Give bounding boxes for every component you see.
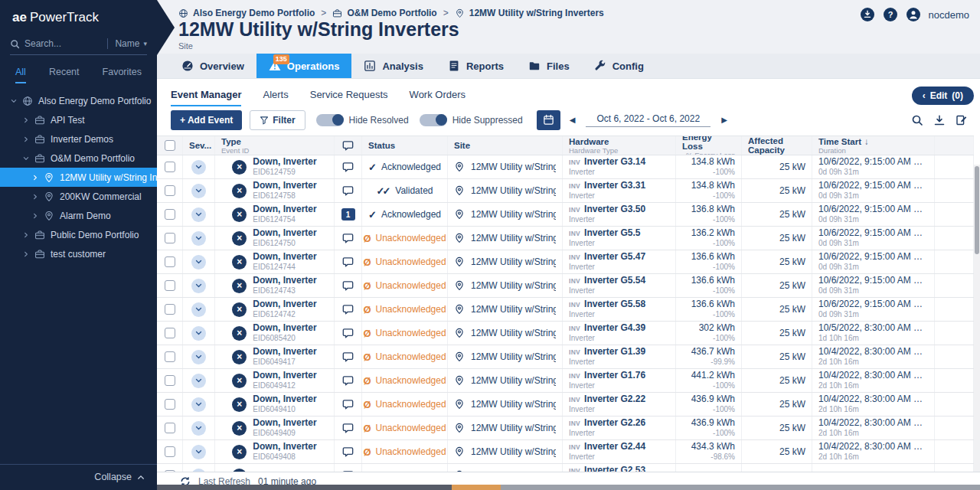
hide-suppressed-toggle[interactable] — [420, 114, 447, 126]
row-checkbox[interactable] — [165, 304, 175, 315]
search-mode-dropdown[interactable]: Name ▾ — [107, 38, 147, 49]
sidebar-tab-recent[interactable]: Recent — [49, 67, 80, 83]
tree-item[interactable]: test customer — [0, 244, 157, 263]
subtab-event-manager[interactable]: Event Manager — [171, 89, 241, 106]
subtab-alerts[interactable]: Alerts — [263, 89, 288, 106]
comment-icon[interactable] — [341, 398, 354, 411]
tree-item[interactable]: Alarm Demo — [0, 206, 157, 225]
status-cell[interactable]: ØUnacknowledged — [362, 227, 448, 250]
table-row[interactable]: ×Down, InverterEID6049409ØUnacknowledged… — [157, 416, 974, 440]
tree-item[interactable]: API Test — [0, 110, 157, 129]
hardware-cell[interactable]: INVInverter G1.76Inverter — [563, 369, 676, 392]
expand-row-button[interactable] — [191, 302, 206, 317]
sidebar-tab-favorites[interactable]: Favorites — [103, 67, 142, 83]
prev-date-arrow[interactable]: ◀ — [568, 116, 577, 124]
event-type[interactable]: Down, Inverter — [253, 322, 316, 334]
chevron-right-icon[interactable] — [23, 232, 29, 238]
table-row[interactable]: ×Down, InverterEID6085420ØUnacknowledged… — [157, 322, 974, 345]
scrollbar-thumb[interactable] — [975, 166, 979, 254]
hardware-cell[interactable]: INVInverter G3.14Inverter — [563, 155, 676, 178]
table-row[interactable]: ×Down, InverterØUnacknowledged12MW Utili… — [157, 464, 974, 472]
site-cell[interactable]: 12MW Utility w/String Inver... — [448, 227, 563, 250]
tree-item[interactable]: O&M Demo Portfolio — [0, 149, 157, 168]
breadcrumb-item[interactable]: Also Energy Demo Portfolio — [178, 8, 315, 18]
hscroll-thumb[interactable] — [157, 485, 452, 490]
status-cell[interactable]: ØUnacknowledged — [362, 440, 448, 463]
tree-item[interactable]: Also Energy Demo Portfolio — [0, 91, 157, 110]
table-row[interactable]: ×Down, InverterEID6049410ØUnacknowledged… — [157, 393, 974, 416]
event-type[interactable]: Down, Inverter — [253, 204, 316, 215]
chevron-right-icon[interactable] — [23, 136, 29, 142]
status-cell[interactable]: ØUnacknowledged — [362, 274, 448, 297]
hardware-cell[interactable]: INVInverter G2.44Inverter — [563, 440, 676, 463]
hardware-cell[interactable]: INVInverter G3.31Inverter — [563, 179, 676, 202]
comment-count-badge[interactable]: 1 — [341, 208, 355, 220]
filter-button[interactable]: Filter — [250, 110, 305, 130]
table-row[interactable]: ×Down, InverterEID6124758✓✓Validated12MW… — [157, 179, 974, 203]
site-cell[interactable]: 12MW Utility w/String Inver... — [448, 203, 563, 226]
chevron-right-icon[interactable] — [32, 175, 38, 181]
expand-row-button[interactable] — [191, 445, 206, 459]
chevron-right-icon[interactable] — [32, 194, 38, 200]
row-checkbox[interactable] — [165, 375, 175, 386]
site-cell[interactable]: 12MW Utility w/String Inver... — [448, 416, 563, 439]
tree-item[interactable]: 200KW Commercial — [0, 187, 157, 206]
comment-icon[interactable] — [341, 279, 354, 292]
comment-icon[interactable] — [341, 256, 354, 269]
col-type[interactable]: TypeEvent ID — [215, 136, 335, 155]
comment-icon[interactable] — [341, 232, 354, 245]
hardware-cell[interactable]: INVInverter G2.22Inverter — [563, 393, 676, 416]
hide-resolved-toggle[interactable] — [316, 114, 344, 126]
tab-reports[interactable]: Reports — [436, 54, 516, 78]
event-type[interactable]: Down, Inverter — [253, 370, 316, 381]
event-type[interactable]: Down, Inverter — [253, 299, 316, 310]
comment-icon[interactable] — [341, 161, 354, 174]
hardware-cell[interactable]: INVInverter G5.47Inverter — [563, 250, 676, 273]
comment-icon[interactable] — [341, 351, 354, 364]
event-type[interactable]: Down, Inverter — [253, 275, 316, 286]
chevron-right-icon[interactable] — [23, 117, 29, 123]
status-cell[interactable]: ØUnacknowledged — [362, 416, 448, 439]
hardware-cell[interactable]: INVInverter G1.39Inverter — [563, 345, 676, 368]
site-cell[interactable]: 12MW Utility w/String Inver... — [448, 393, 563, 416]
row-checkbox[interactable] — [165, 423, 175, 433]
tab-files[interactable]: Files — [516, 54, 582, 78]
download-circle-icon[interactable] — [860, 7, 875, 22]
col-comments[interactable] — [335, 136, 362, 155]
expand-row-button[interactable] — [191, 255, 206, 270]
date-range[interactable]: Oct 6, 2022 - Oct 6, 2022 — [586, 113, 710, 127]
table-row[interactable]: ×Down, InverterEID6124742ØUnacknowledged… — [157, 298, 974, 322]
comment-icon[interactable] — [341, 446, 354, 459]
table-row[interactable]: ×Down, InverterEID6124750ØUnacknowledged… — [157, 227, 974, 250]
edit-button[interactable]: ‹ Edit (0) — [912, 87, 974, 105]
site-cell[interactable]: 12MW Utility w/String Inver... — [448, 322, 563, 345]
tree-item[interactable]: Public Demo Portfolio — [0, 225, 157, 244]
site-cell[interactable]: 12MW Utility w/String Inver... — [448, 179, 563, 202]
event-type[interactable]: Down, Inverter — [253, 227, 316, 239]
site-cell[interactable]: 12MW Utility w/String Inver... — [448, 274, 563, 297]
status-cell[interactable]: ØUnacknowledged — [362, 464, 448, 472]
search-table-icon[interactable] — [911, 114, 923, 126]
table-row[interactable]: ×Down, InverterEID6049412ØUnacknowledged… — [157, 369, 974, 393]
table-row[interactable]: ×Down, InverterEID6124744ØUnacknowledged… — [157, 250, 974, 274]
expand-row-button[interactable] — [191, 231, 206, 246]
row-checkbox[interactable] — [165, 233, 175, 243]
hardware-cell[interactable]: INVInverter G4.39Inverter — [563, 322, 676, 345]
event-type[interactable]: Down, Inverter — [253, 346, 316, 358]
expand-row-button[interactable] — [191, 160, 206, 175]
status-cell[interactable]: ØUnacknowledged — [362, 250, 448, 273]
hardware-cell[interactable]: INVInverter G2.26Inverter — [563, 416, 676, 439]
next-date-arrow[interactable]: ▶ — [720, 116, 729, 124]
col-energy-loss[interactable]: Energy Loss% Energy Loss — [676, 136, 742, 155]
table-row[interactable]: ×Down, InverterEID6124759✓Acknowledged12… — [157, 155, 974, 179]
tab-analysis[interactable]: Analysis — [351, 54, 435, 78]
username[interactable]: nocdemo — [929, 9, 969, 21]
chevron-right-icon[interactable] — [32, 213, 38, 219]
status-cell[interactable]: ØUnacknowledged — [362, 369, 448, 392]
status-cell[interactable]: ✓Acknowledged — [362, 203, 448, 226]
col-affected-capacity[interactable]: Affected Capacity — [742, 136, 812, 155]
calendar-button[interactable] — [537, 110, 560, 130]
comment-icon[interactable] — [341, 374, 354, 387]
breadcrumb-item[interactable]: 12MW Utility w/String Inverters — [455, 8, 604, 18]
expand-row-button[interactable] — [191, 184, 206, 198]
